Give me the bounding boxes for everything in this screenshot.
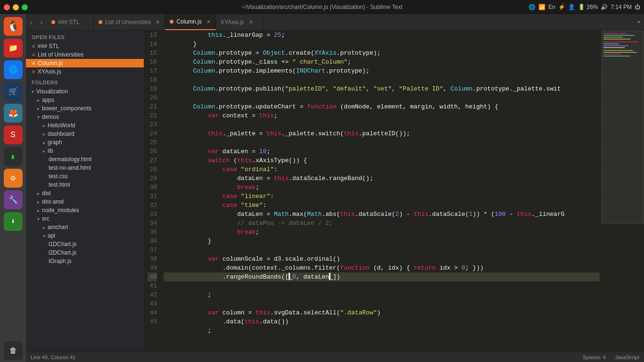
power-icon: ⏻	[635, 4, 640, 10]
user-icon: 👤	[568, 4, 575, 10]
folder-dist[interactable]: ▸ dist	[26, 189, 144, 197]
file-test-html-label: test.html	[49, 181, 70, 188]
open-file-stl[interactable]: ✕ ### STL	[26, 42, 144, 50]
open-file-universities-label: List of Universities	[38, 51, 83, 58]
app-icon-files[interactable]: 📁	[4, 39, 23, 58]
file-dirty-marker: ✕	[32, 69, 35, 74]
app-icon-tools[interactable]: 🔧	[4, 190, 23, 209]
file-dirty-marker: ✕	[32, 52, 35, 58]
folder-api[interactable]: ▾ api	[26, 231, 144, 240]
tab-overflow-button[interactable]: ▾	[634, 14, 644, 30]
lang-indicator: En	[548, 4, 555, 10]
tab-close-icon[interactable]: ✕	[206, 19, 211, 25]
app-icon-store[interactable]: 🛒	[4, 82, 23, 101]
file-igraph[interactable]: IGraph.js	[26, 257, 144, 265]
file-test-html[interactable]: test.html	[26, 181, 144, 189]
folder-graph[interactable]: ▸ graph	[26, 138, 144, 147]
folder-lib[interactable]: ▸ lib	[26, 147, 144, 155]
code-area[interactable]: this._linearGap = 25; } Column.prototype…	[162, 31, 602, 352]
maximize-window-button[interactable]	[22, 4, 28, 10]
tab-close-icon[interactable]: ✕	[156, 19, 160, 25]
tab-xyaxis[interactable]: XYAxis.js ✕	[216, 14, 263, 30]
wifi-icon: 📶	[538, 4, 545, 10]
file-test-css[interactable]: test.css	[26, 172, 144, 181]
tab-xyaxis-label: XYAxis.js	[221, 19, 244, 25]
tab-universities[interactable]: List of Universities ✕	[94, 14, 165, 30]
battery-indicator: 🔋 26%	[578, 4, 598, 10]
open-file-xyaxis[interactable]: ✕ XYAxis.js	[26, 67, 144, 76]
tab-stl[interactable]: ### STL	[47, 14, 94, 30]
open-files-section-title: OPEN FILES	[26, 31, 144, 42]
folder-helloworld[interactable]: ▸ HelloWorld	[26, 121, 144, 130]
app-icon-browser[interactable]: 🌐	[4, 60, 23, 79]
ubuntu-logo-icon[interactable]: 🐧	[4, 17, 23, 36]
status-bar: Line 40, Column 41 Spaces: 4 JavaScript	[26, 352, 644, 362]
tab-dirty-dot	[99, 20, 102, 24]
expand-arrow-icon: ▸	[43, 123, 45, 128]
app-icon-downloads[interactable]: ⬇	[4, 212, 23, 231]
minimap-content	[602, 31, 644, 352]
folder-dist-amd[interactable]: ▸ dist-amd	[26, 197, 144, 206]
folder-src[interactable]: ▾ src	[26, 214, 144, 223]
file-test-css-label: test.css	[49, 173, 68, 180]
file-l2dchart-label: l2DChart.js	[49, 249, 76, 256]
folder-graph-label: graph	[48, 139, 62, 146]
tab-bar: ‹ › ### STL List of Universities ✕ Colum…	[26, 14, 644, 31]
folder-apps[interactable]: ▸ apps	[26, 96, 144, 104]
expand-arrow-icon: ▸	[43, 132, 45, 137]
expand-arrow-icon: ▾	[37, 216, 40, 222]
expand-arrow-icon: ▸	[43, 140, 45, 145]
file-dirty-marker: ✕	[32, 44, 35, 49]
minimize-window-button[interactable]	[13, 4, 19, 10]
chrome-icon: 🌐	[528, 4, 536, 10]
folder-src-label: src	[42, 215, 50, 222]
folder-dist-amd-label: dist-amd	[42, 198, 64, 205]
open-file-universities[interactable]: ✕ List of Universities	[26, 50, 144, 59]
expand-arrow-icon: ▾	[43, 233, 45, 239]
open-file-column[interactable]: ✕ Column.js	[26, 59, 144, 67]
app-icon-settings[interactable]: ⚙	[4, 169, 23, 188]
folder-node-modules-label: node_modules	[42, 207, 79, 214]
app-icon-trash[interactable]: 🗑	[4, 341, 23, 360]
file-dermatology-label: dermatology.html	[49, 156, 91, 163]
tab-column[interactable]: Column.js ✕	[165, 14, 215, 30]
folder-demos-label: demos	[42, 114, 59, 120]
folder-bower[interactable]: ▸ bower_components	[26, 104, 144, 113]
file-igraph-label: IGraph.js	[49, 258, 72, 264]
folder-visualization-label: Visualization	[36, 88, 68, 95]
indentation-info: Spaces: 4	[583, 354, 606, 360]
app-icon-sublime[interactable]: S	[4, 125, 23, 144]
tab-stl-label: ### STL	[58, 19, 79, 25]
minimap-code-preview	[603, 33, 642, 352]
tab-dirty-dot	[170, 20, 173, 24]
folder-demos[interactable]: ▾ demos	[26, 113, 144, 121]
minimap[interactable]	[602, 31, 644, 352]
app-icon-firefox[interactable]: 🦊	[4, 104, 23, 123]
expand-arrow-icon: ▸	[37, 199, 40, 205]
tab-next-button[interactable]: ›	[36, 14, 47, 30]
tab-close-icon[interactable]: ✕	[249, 19, 253, 25]
volume-icon: 🔊	[601, 4, 608, 10]
folder-helloworld-label: HelloWorld	[48, 122, 75, 129]
clock: 7:14 PM	[611, 4, 632, 10]
file-dermatology[interactable]: dermatology.html	[26, 155, 144, 164]
file-l1dchart[interactable]: l1DChart.js	[26, 240, 144, 248]
window-controls	[4, 4, 28, 10]
folder-dashboard[interactable]: ▸ dashboard	[26, 130, 144, 138]
window-title: ~/Visualization/src/chart/Column.js (Vis…	[241, 4, 402, 10]
close-window-button[interactable]	[4, 4, 10, 10]
tab-prev-button[interactable]: ‹	[26, 14, 36, 30]
app-icon-terminal[interactable]: ▮	[4, 147, 23, 166]
code-editor[interactable]: 13 14 15 16 17 18 19 20 21 22 23 24 25 2…	[144, 31, 602, 352]
folder-amchart[interactable]: ▸ amchart	[26, 223, 144, 231]
folder-visualization[interactable]: ▾ Visualization	[26, 87, 144, 96]
folder-dist-label: dist	[42, 190, 51, 197]
file-l2dchart[interactable]: l2DChart.js	[26, 248, 144, 257]
file-test-no-amd[interactable]: test-no-amd.html	[26, 164, 144, 172]
folder-amchart-label: amchart	[48, 224, 68, 230]
expand-arrow-icon: ▸	[37, 208, 40, 213]
file-tree-sidebar: OPEN FILES ✕ ### STL ✕ List of Universit…	[26, 31, 144, 352]
folder-apps-label: apps	[42, 97, 54, 103]
folder-lib-label: lib	[48, 148, 53, 154]
folder-node-modules[interactable]: ▸ node_modules	[26, 206, 144, 214]
